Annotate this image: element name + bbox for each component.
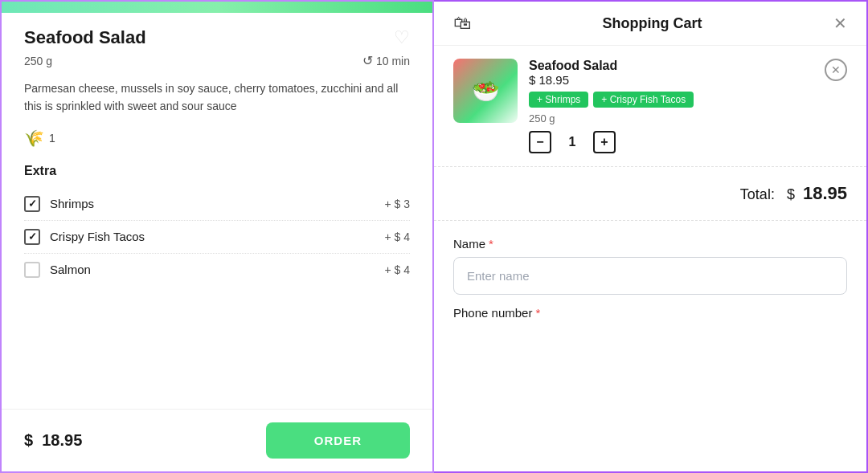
extra-item-fish-tacos: ✓ Crispy Fish Tacos + $ 4 (24, 221, 410, 254)
cart-item-section: 🥗 Seafood Salad $ 18.95 ✕ + Shrimps + Cr… (434, 46, 866, 167)
tag-row: + Shrimps + Crispy Fish Tacos (529, 92, 847, 108)
extra-price-salmon: + $ 4 (384, 263, 410, 276)
cart-total-text: Total: $ 18.95 (740, 186, 847, 202)
dish-description: Parmesan cheese, mussels in soy sauce, c… (24, 80, 410, 116)
clock-icon: ↺ (362, 53, 373, 68)
dish-title: Seafood Salad (24, 27, 146, 48)
cart-form-section: Name * Phone number * (434, 221, 866, 471)
extra-item-salmon: Salmon + $ 4 (24, 254, 410, 286)
name-required-star: * (489, 237, 493, 251)
close-icon[interactable]: ✕ (833, 14, 847, 33)
tag-shrimps: + Shrimps (529, 92, 588, 108)
extra-name-fish-tacos: Crispy Fish Tacos (50, 230, 375, 243)
extra-section: Extra ✓ Shrimps + $ 3 ✓ Crispy Fish Taco… (24, 164, 410, 286)
quantity-control: − 1 + (529, 131, 847, 153)
allergen-section: 🌾 1 (24, 128, 410, 148)
cart-item-info: Seafood Salad $ 18.95 (529, 59, 617, 87)
cart-item-image: 🥗 (453, 59, 518, 123)
checkbox-fish-tacos[interactable]: ✓ (24, 229, 40, 245)
weight-text: 250 g (24, 55, 52, 67)
right-panel: 🛍 Shopping Cart ✕ 🥗 Seafood Salad $ 18.9… (434, 0, 868, 473)
cart-remove-button[interactable]: ✕ (825, 59, 847, 81)
remove-icon: ✕ (831, 63, 841, 76)
left-content: Seafood Salad ♡ 250 g ↺ 10 min Parmesan … (2, 13, 432, 409)
cart-item-price: $ 18.95 (529, 73, 617, 87)
cart-header: 🛍 Shopping Cart ✕ (434, 2, 866, 46)
top-image-strip (2, 2, 432, 13)
dish-meta: 250 g ↺ 10 min (24, 53, 410, 68)
order-button[interactable]: ORDER (266, 422, 410, 459)
cart-item-weight: 250 g (529, 112, 847, 124)
cart-item-image-placeholder: 🥗 (453, 59, 518, 123)
phone-required-star: * (535, 306, 540, 320)
total-symbol: $ (787, 186, 795, 202)
name-input[interactable] (453, 257, 847, 295)
allergen-count: 1 (49, 132, 55, 145)
cart-item-header: Seafood Salad $ 18.95 ✕ (529, 59, 847, 87)
checkbox-salmon[interactable] (24, 262, 40, 278)
checkmark-shrimps: ✓ (28, 198, 37, 210)
phone-label: Phone number * (453, 306, 847, 320)
heart-icon[interactable]: ♡ (394, 27, 410, 48)
extra-price-fish-tacos: + $ 4 (384, 230, 410, 243)
total-label: Total: (740, 186, 775, 202)
extra-title: Extra (24, 164, 410, 178)
extra-name-shrimps: Shrimps (50, 197, 375, 210)
left-price-value: 18.95 (42, 431, 82, 449)
quantity-decrease-button[interactable]: − (529, 131, 551, 153)
left-panel: Seafood Salad ♡ 250 g ↺ 10 min Parmesan … (0, 0, 434, 473)
name-label: Name * (453, 237, 847, 251)
total-value: 18.95 (803, 183, 847, 203)
cart-total-section: Total: $ 18.95 (434, 167, 866, 221)
cart-bag-icon: 🛍 (453, 13, 471, 34)
left-price-symbol: $ (24, 431, 33, 449)
quantity-value: 1 (564, 135, 580, 149)
cart-item-details: Seafood Salad $ 18.95 ✕ + Shrimps + Cris… (529, 59, 847, 153)
dish-header: Seafood Salad ♡ (24, 27, 410, 48)
bottom-bar: $ 18.95 ORDER (2, 409, 432, 471)
time-section: ↺ 10 min (362, 53, 410, 68)
extra-item-shrimps: ✓ Shrimps + $ 3 (24, 188, 410, 221)
checkmark-fish-tacos: ✓ (28, 230, 37, 243)
time-text: 10 min (376, 55, 410, 67)
checkbox-shrimps[interactable]: ✓ (24, 196, 40, 212)
quantity-increase-button[interactable]: + (593, 131, 616, 153)
tag-fish-tacos: + Crispy Fish Tacos (593, 92, 694, 108)
extra-price-shrimps: + $ 3 (384, 198, 410, 210)
extra-name-salmon: Salmon (50, 263, 375, 276)
cart-item-name: Seafood Salad (529, 59, 617, 73)
allergen-icon: 🌾 (24, 128, 44, 148)
cart-title: Shopping Cart (603, 15, 702, 32)
left-total-price: $ 18.95 (24, 431, 82, 450)
